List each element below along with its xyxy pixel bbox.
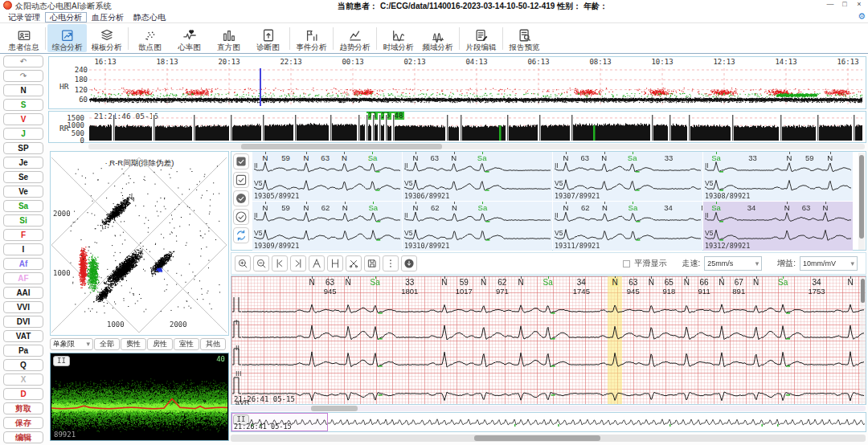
sidebar-label-D[interactable]: D	[3, 388, 43, 400]
strip-cell[interactable]: Sa34N63NIIV519312/89921	[703, 202, 853, 251]
sync-button[interactable]	[233, 227, 249, 243]
toolbar-event-analysis[interactable]: 事件分析	[292, 24, 331, 52]
cb-filled-button[interactable]	[233, 153, 249, 169]
zoom-out-button[interactable]	[253, 255, 269, 271]
strip-cell[interactable]: Sa33N59NIIV519308/89921	[703, 152, 853, 201]
scatter-plot[interactable]	[51, 153, 227, 334]
sidebar-label-Si[interactable]: Si	[3, 214, 43, 227]
sidebar-label-Je[interactable]: Je	[3, 157, 43, 169]
rr-horizontal-scrollbar[interactable]	[88, 144, 865, 149]
toolbar-scatter-plot[interactable]: 散点图	[130, 24, 170, 52]
sidebar-label-保存[interactable]: 保存	[3, 417, 43, 429]
smooth-display-checkbox[interactable]	[623, 260, 630, 267]
close-button[interactable]: ×	[852, 0, 866, 8]
sidebar-label-Q[interactable]: Q	[3, 359, 43, 371]
sidebar-label-Pa[interactable]: Pa	[3, 345, 43, 357]
sidebar-label-VAT[interactable]: VAT	[3, 330, 43, 342]
rr-scrollbar-thumb[interactable]	[241, 144, 442, 149]
settings-icon[interactable]: ⚙	[858, 12, 866, 21]
quadrant-dropdown[interactable]: 单象限 ▾	[50, 338, 93, 350]
filter-button-sinus[interactable]: 窦性	[121, 338, 146, 350]
toolbar-diagnosis[interactable]: 诊断图	[248, 24, 288, 52]
gain-select[interactable]: 10mm/mV▾	[800, 256, 858, 271]
sidebar-label-S[interactable]: S	[3, 99, 43, 111]
circle-filled-button[interactable]	[233, 190, 249, 206]
sidebar-label-Ve[interactable]: Ve	[3, 186, 43, 198]
strip-cell[interactable]: N63NSa33NIIV519307/89921	[553, 152, 702, 201]
sidebar-label-J[interactable]: J	[3, 128, 43, 140]
toolbar-freq-domain[interactable]: 频域分析	[418, 24, 457, 52]
menu-item-记录管理[interactable]: 记录管理	[3, 12, 45, 22]
ruler-button[interactable]	[327, 255, 343, 271]
strips-vertical-scrollbar[interactable]	[858, 153, 865, 250]
sidebar-undo-button[interactable]: ↶	[3, 55, 43, 67]
hr-canvas[interactable]	[89, 67, 862, 108]
maximize-button[interactable]: □	[837, 0, 852, 8]
sidebar-label-DVI[interactable]: DVI	[3, 316, 43, 328]
rr-plot[interactable]	[89, 113, 862, 142]
speed-select[interactable]: 25mm/s▾	[704, 256, 762, 271]
main-ecg-panel[interactable]: N63945NSa331801N591017N62971NSa341745N63…	[231, 276, 866, 405]
main-ecg-scrollbar-hthumb[interactable]	[311, 406, 358, 411]
main-ecg-horizontal-scrollbar[interactable]	[231, 406, 866, 411]
toolbar-trend-analysis[interactable]: 趋势分析	[335, 24, 375, 52]
menu-item-心电分析[interactable]: 心电分析	[45, 12, 87, 22]
cb-outline-button[interactable]	[233, 172, 249, 188]
rr-canvas[interactable]	[89, 113, 862, 142]
filter-button-atrial[interactable]: 房性	[147, 338, 173, 350]
sidebar-label-Af[interactable]: Af	[3, 258, 43, 270]
scissors-button[interactable]	[346, 255, 362, 271]
next-button[interactable]	[290, 255, 306, 271]
sidebar-label-AF[interactable]: AF	[3, 272, 43, 284]
sidebar-label-AAI[interactable]: AAI	[3, 287, 43, 299]
menu-item-静态心电[interactable]: 静态心电	[129, 12, 170, 22]
strip-cell[interactable]: N63NSaIIV519306/89921	[403, 152, 552, 201]
hr-plot[interactable]	[89, 67, 862, 108]
overview-strip-panel[interactable]: II 21:26:41 05-15	[231, 412, 866, 432]
strip-cell[interactable]: N59N63NSaIIV519305/89921	[252, 152, 402, 201]
menu-item-血压分析[interactable]: 血压分析	[87, 12, 129, 22]
toolbar-patient-info[interactable]: 患者信息	[4, 24, 43, 52]
toolbar-histogram[interactable]: 直方图	[209, 24, 248, 52]
sidebar-label-SP[interactable]: SP	[3, 142, 43, 154]
sidebar-label-Se[interactable]: Se	[3, 171, 43, 183]
caliper-button[interactable]	[309, 255, 325, 271]
strip-cell[interactable]: N62NSaIIV519310/89921	[403, 202, 552, 251]
template-overlay-canvas[interactable]	[51, 354, 227, 439]
sidebar-redo-button[interactable]: ↷	[3, 70, 43, 82]
more-button[interactable]	[383, 255, 399, 271]
overview-horizontal-scrollbar[interactable]	[231, 435, 866, 442]
toolbar-segment-edit[interactable]: 片段编辑	[461, 24, 501, 52]
main-ecg-canvas[interactable]	[231, 297, 866, 406]
minimize-button[interactable]: —	[823, 0, 837, 8]
overview-scrollbar-thumb[interactable]	[474, 435, 600, 441]
toolbar-report-preview[interactable]: 报告预览	[505, 24, 544, 52]
template-lead-button[interactable]: II	[53, 356, 70, 366]
filter-button-ventricular[interactable]: 室性	[174, 338, 199, 350]
toolbar-time-domain[interactable]: 时域分析	[379, 24, 418, 52]
sidebar-label-编辑[interactable]: 编辑	[3, 431, 43, 443]
sidebar-label-F[interactable]: F	[3, 229, 43, 241]
sidebar-label-V[interactable]: V	[3, 113, 43, 125]
save-button[interactable]	[364, 255, 380, 271]
sidebar-label-X[interactable]: X	[3, 374, 43, 386]
toolbar-composite-analysis[interactable]: 综合分析	[47, 24, 87, 52]
main-ecg-waveform[interactable]	[231, 297, 866, 406]
export-button[interactable]	[401, 255, 417, 271]
sidebar-label-VVI[interactable]: VVI	[3, 301, 43, 313]
strip-cell[interactable]: N59N62NSaIIV519309/89921	[252, 202, 402, 251]
scatter-canvas[interactable]	[51, 153, 227, 334]
circle-outline-button[interactable]	[233, 209, 249, 225]
filter-button-other[interactable]: 其他	[200, 338, 226, 350]
toolbar-template-analysis[interactable]: 模板分析	[87, 24, 126, 52]
sidebar-label-剪取[interactable]: 剪取	[3, 402, 43, 414]
zoom-in-button[interactable]	[235, 255, 251, 271]
template-overlay-panel[interactable]: II 40 89921	[50, 353, 229, 441]
sidebar-label-N[interactable]: N	[3, 84, 43, 96]
toolbar-heart-rate[interactable]: 心率图	[170, 24, 209, 52]
strips-scrollbar-thumb[interactable]	[859, 155, 864, 239]
sidebar-label-Sa[interactable]: Sa	[3, 200, 43, 212]
filter-button-all[interactable]: 全部	[94, 338, 120, 350]
sidebar-label-I[interactable]: I	[3, 243, 43, 255]
template-overlay-plot[interactable]	[51, 354, 227, 439]
